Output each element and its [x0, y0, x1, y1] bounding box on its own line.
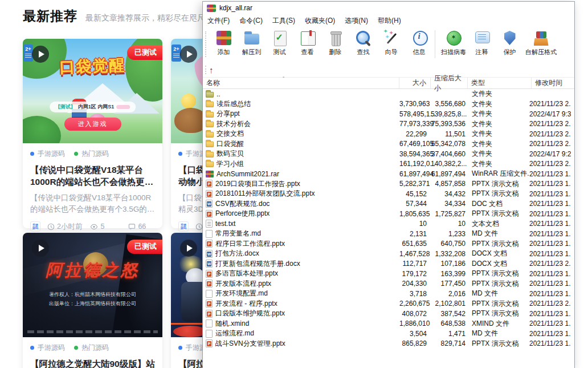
play-video-button[interactable]	[180, 240, 197, 257]
table-row[interactable]: 数码宝贝 38,594,365 37,404,660 文件夹 2022/4/17…	[203, 149, 574, 159]
toolbar-add-button[interactable]: 添加	[210, 29, 238, 56]
add-archive-icon	[215, 30, 233, 46]
folder-up-icon	[206, 92, 214, 98]
card-cover-image: 阿拉德之怒 著作权人：杭州囍木网络科技有限公司 出版单位：上海恺英网络科技有限公…	[23, 233, 162, 337]
site-logo: 手游 源码	[30, 221, 40, 232]
blue-dot-icon	[30, 346, 34, 350]
copyright-line: 著作权人：杭州囍木网络科技有限公司	[23, 291, 162, 298]
txt-icon	[206, 220, 213, 228]
eye-icon	[90, 223, 98, 230]
docx-icon	[206, 260, 213, 268]
table-row[interactable]: .. 文件夹	[203, 89, 574, 99]
up-one-level-icon[interactable]: ↑	[209, 66, 214, 74]
toolbar-test-button[interactable]: 测试	[266, 29, 293, 56]
menu-bar: 文件(F) 命令(C) 工具(S) 收藏夹(O) 选项(N) 帮助(H)	[203, 14, 574, 27]
menu-item-s[interactable]: 工具(S)	[272, 16, 295, 26]
table-row[interactable]: 开发环境配置.md 3,718 2,016 MD 文件 2021/11/23 1…	[203, 289, 574, 299]
green-dot-icon	[74, 346, 78, 350]
menu-item-c[interactable]: 命令(C)	[239, 16, 263, 26]
play-video-button[interactable]	[180, 46, 197, 63]
article-title[interactable]: 【传说中口袋觉醒V18某平台1000R的端站长也不会做热更有个3.5G的...	[30, 164, 155, 188]
menu-item-n[interactable]: 选项(N)	[345, 16, 368, 26]
tag-hot-source[interactable]: 热门源码	[74, 149, 109, 159]
toolbar-sfx-button[interactable]: 自解压格式	[524, 29, 558, 56]
table-row[interactable]: 交接文档 22,299 11,501 文件夹 2021/11/23 2.	[203, 129, 574, 139]
table-row[interactable]: 技术分析会 77,973,339 75,393,536 文件夹 2021/11/…	[203, 119, 574, 130]
table-row[interactable]: Perforce使用.pptx 1,805,635 1,725,827 PPTX…	[203, 209, 574, 219]
column-header-size[interactable]: 大小	[399, 78, 431, 88]
window-title: kdjx_all.rar	[219, 4, 252, 12]
md-icon	[206, 230, 213, 238]
tag-mobile-source[interactable]: 手游源码	[30, 343, 65, 353]
section-header: 最新推荐 最新文章推荐展示，精彩尽在咫尺	[23, 7, 205, 25]
column-header-name[interactable]: 名称	[203, 78, 399, 88]
toolbar-protect-button[interactable]: 保护	[496, 29, 524, 56]
sort-ascending-icon: ˆ	[283, 76, 284, 83]
publisher-line: 出版单位：上海恺英网络科技有限公司	[23, 300, 162, 308]
menu-item-h[interactable]: 帮助(H)	[378, 16, 401, 26]
table-row[interactable]: ArchSummit2021.rar 61,897,494 61,897,494…	[203, 169, 574, 179]
table-row[interactable]: 学习小组 161,192,0... 140,382,2... 文件夹 2021/…	[203, 159, 574, 169]
winrar-window: kdjx_all.rar 文件(F) 命令(C) 工具(S) 收藏夹(O) 选项…	[202, 1, 575, 368]
md-icon	[206, 330, 213, 338]
toolbar-virus-button[interactable]: 扫描病毒	[439, 29, 468, 56]
folder-icon	[206, 152, 214, 157]
page-subtitle: 最新文章推荐展示，精彩尽在咫尺	[85, 13, 205, 23]
tested-badge: 已测试	[127, 240, 162, 254]
clock-icon	[47, 223, 55, 230]
pptx-icon	[206, 280, 213, 288]
table-row[interactable]: 开发版本流程.pptx 204,330 177,450 PPTX 演示文稿 20…	[203, 279, 574, 289]
play-video-button[interactable]	[32, 46, 49, 63]
pptx-icon	[206, 270, 213, 278]
folder-icon	[206, 132, 214, 138]
table-row[interactable]: 20181011外部研发团队交流.pptx 45,152 34,432 PPTX…	[203, 189, 574, 199]
comment-icon	[473, 30, 491, 46]
table-row[interactable]: 读后感总结 3,730,963 3,556,680 文件夹 2021/11/23…	[203, 99, 574, 110]
server-text: 内网1区 内网S1	[78, 103, 115, 111]
toolbar-separator	[435, 30, 435, 58]
table-row[interactable]: test.txt 10 10 文本文档 2021/11/23 1.	[203, 219, 574, 229]
table-row[interactable]: 口袋觉醒 67,469,105 65,342,078 文件夹 2021/11/2…	[203, 139, 574, 149]
toolbar-extract-button[interactable]: 解压到	[238, 29, 266, 56]
toolbar-comment-button[interactable]: 注释	[468, 29, 496, 56]
table-row[interactable]: 口袋版本维护规范.pptx 408,072 387,542 PPTX 演示文稿 …	[203, 309, 574, 319]
table-row[interactable]: 打更新包流程规范手册.docx 112,717 107,186 DOCX 文档 …	[203, 259, 574, 269]
toolbar-view-button[interactable]: 查看	[293, 29, 321, 56]
table-row[interactable]: CSV配表规范.doc 57,344 34,334 DOC 文档 2021/11…	[203, 199, 574, 209]
toolbar-delete-button[interactable]: 删除	[321, 29, 349, 56]
pptx-icon	[206, 339, 213, 347]
sfx-icon	[532, 30, 550, 46]
article-meta: 手游 源码 2小时前 5 66	[30, 221, 155, 232]
column-header-row: ˆ 名称 大小 压缩后大小 类型 修改时间	[203, 78, 574, 89]
green-dot-icon	[74, 152, 78, 156]
table-row[interactable]: 运维流程.md 3,504 1,471 MD 文件 2021/11/23 1.	[203, 329, 574, 339]
tag-mobile-source[interactable]: 手游源码	[30, 149, 65, 159]
pptx-icon	[206, 240, 213, 248]
menu-item-f[interactable]: 文件(F)	[207, 16, 230, 26]
table-row[interactable]: 2019口袋项目工作报告.pptx 5,282,371 4,857,858 PP…	[203, 179, 574, 189]
article-card-arad[interactable]: 阿拉德之怒 著作权人：杭州囍木网络科技有限公司 出版单位：上海恺英网络科技有限公…	[23, 233, 162, 368]
toolbar-find-button[interactable]: 查找	[349, 29, 377, 56]
play-video-button[interactable]	[32, 240, 49, 257]
table-row[interactable]: 开发流程 - 程序.pptx 2,260,675 2,102,801 PPTX …	[203, 299, 574, 309]
toolbar-info-button[interactable]: 信息	[405, 29, 433, 56]
table-row[interactable]: 程序日常工作流程.pptx 651,635 640,750 PPTX 演示文稿 …	[203, 239, 574, 249]
tag-hot-source[interactable]: 热门源码	[74, 343, 109, 353]
table-row[interactable]: 分享ppt 578,495,1... 539,825,8... 文件夹 2022…	[203, 109, 574, 119]
column-header-modified[interactable]: 修改时间	[532, 78, 574, 88]
column-header-packed[interactable]: 压缩后大小	[431, 78, 468, 88]
table-row[interactable]: 多语言版本处理.pptx 179,172 163,399 PPTX 演示文稿 2…	[203, 269, 574, 279]
table-row[interactable]: 随机.xmind 1,886,010 648,538 XMIND 文件 2021…	[203, 319, 574, 329]
table-row[interactable]: 打包方法.docx 1,467,528 1,332,208 DOCX 文档 20…	[203, 249, 574, 259]
column-header-type[interactable]: 类型	[468, 78, 532, 88]
file-list: .. 文件夹 读后感总结 3,730,963 3,556,680 文件夹 202…	[203, 89, 574, 349]
menu-item-o[interactable]: 收藏夹(O)	[305, 16, 335, 26]
article-title[interactable]: 【阿拉德之觉醒大陆90级版】站长修复版2022年10月13日最新整理打...	[30, 358, 155, 368]
pptx-icon	[206, 210, 213, 218]
table-row[interactable]: 常用变量名.md 2,131 1,233 MD 文件 2021/11/23 1.	[203, 229, 574, 239]
toolbar-wizard-button[interactable]: 向导	[377, 29, 405, 56]
window-titlebar[interactable]: kdjx_all.rar	[203, 2, 574, 14]
table-row[interactable]: 战斗SVN分支管理.pptx 865,829 829,714 PPTX 演示文稿…	[203, 339, 574, 349]
article-card-pocket[interactable]: 口袋觉醒 【测试】 内网1区 内网S1 进入游戏 2+ 已测试 手游源码 热门源…	[23, 39, 162, 228]
folder-icon	[206, 161, 214, 167]
